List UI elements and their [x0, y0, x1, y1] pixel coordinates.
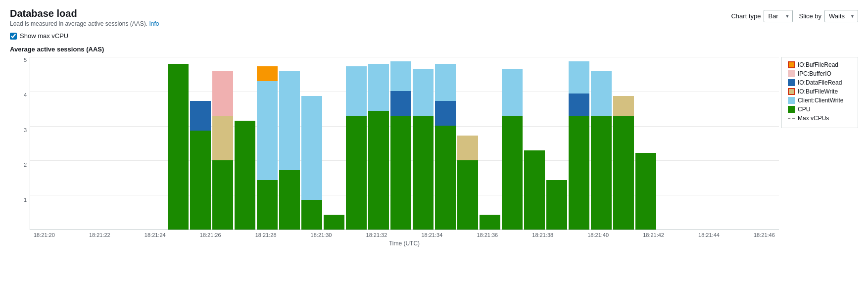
slice-by-label: Slice by: [799, 12, 821, 20]
show-max-vcpu-row: Show max vCPU: [10, 32, 858, 40]
show-max-vcpu-checkbox[interactable]: [10, 33, 17, 40]
legend-label-cpu: CPU: [798, 106, 810, 113]
bar-group: [390, 56, 411, 230]
x-tick-2: 18:21:22: [89, 232, 110, 238]
chart-type-select[interactable]: Bar Line: [764, 10, 793, 22]
header-left: Database load Load is measured in averag…: [10, 8, 159, 27]
info-link[interactable]: Info: [149, 20, 159, 27]
x-tick-14: 18:21:46: [754, 232, 775, 238]
bar-segment: [346, 66, 367, 116]
x-tick-3: 18:21:24: [145, 232, 166, 238]
bars-container: [30, 57, 779, 230]
header: Database load Load is measured in averag…: [10, 8, 858, 27]
x-tick-8: 18:21:34: [421, 232, 442, 238]
bar-segment: [480, 215, 500, 230]
bar-group: [101, 56, 122, 230]
legend-item-io-buffilewrite: IO:BufFileWrite: [788, 88, 852, 95]
bar-group: [56, 56, 77, 230]
bar-group: [301, 56, 322, 230]
bar-segment: [457, 160, 478, 230]
header-right: Chart type Bar Line Slice by Waits SQL H…: [731, 10, 858, 22]
bar-segment: [591, 116, 612, 230]
bar-segment: [613, 96, 634, 116]
y-tick-4: 4: [24, 92, 27, 98]
x-tick-5: 18:21:28: [255, 232, 277, 238]
bar-group: [613, 56, 634, 230]
x-tick-11: 18:21:40: [587, 232, 609, 238]
bar-segment: [524, 150, 545, 230]
x-tick-9: 18:21:36: [477, 232, 498, 238]
chart-type-group: Chart type Bar Line: [731, 10, 793, 22]
legend: IO:BufFileRead IPC:BufferIO IO:DataFileR…: [781, 57, 858, 128]
x-axis-ticks: 18:21:20 18:21:22 18:21:24 18:21:26 18:2…: [30, 230, 779, 238]
legend-color-io-buffilewrite: [788, 88, 795, 95]
bar-group: [279, 56, 300, 230]
legend-item-io-buffileread: IO:BufFileRead: [788, 61, 852, 68]
bar-group: [435, 56, 456, 230]
legend-color-io-buffileread: [788, 61, 795, 68]
legend-item-io-datafileread: IO:DataFileRead: [788, 79, 852, 86]
x-tick-10: 18:21:38: [532, 232, 553, 238]
chart-type-select-wrapper: Bar Line: [764, 10, 793, 22]
chart-type-label: Chart type: [731, 12, 761, 20]
legend-label-client-clientwrite: Client:ClientWrite: [798, 97, 843, 104]
bar-segment: [591, 71, 612, 116]
bar-segment: [390, 116, 411, 230]
page: Database load Load is measured in averag…: [0, 0, 868, 281]
subtitle: Load is measured in average active sessi…: [10, 20, 159, 27]
bar-group: [346, 56, 367, 230]
bar-segment: [368, 111, 389, 230]
bar-group: [168, 56, 189, 230]
bar-segment: [324, 215, 344, 230]
x-axis-label: Time (UTC): [30, 240, 779, 247]
bar-segment: [301, 96, 322, 200]
bar-group: [569, 56, 589, 230]
legend-label-ipc-bufferio: IPC:BufferIO: [798, 70, 831, 77]
chart-section: Average active sessions (AAS) 5 4 3 2 1: [10, 46, 858, 247]
legend-dash-max-vcpus: [788, 118, 795, 119]
y-axis: 5 4 3 2 1: [10, 57, 30, 247]
bar-group: [480, 56, 500, 230]
x-tick-1: 18:21:20: [34, 232, 55, 238]
slice-by-group: Slice by Waits SQL Hosts Users: [799, 10, 858, 22]
bar-segment: [212, 160, 233, 230]
bar-segment: [635, 153, 656, 230]
bar-segment: [546, 180, 567, 230]
bar-segment: [502, 116, 523, 230]
x-tick-7: 18:21:32: [366, 232, 387, 238]
bar-group: [257, 56, 278, 230]
legend-color-io-datafileread: [788, 79, 795, 86]
y-tick-5: 5: [24, 57, 27, 63]
legend-label-io-buffilewrite: IO:BufFileWrite: [798, 88, 838, 95]
bar-segment: [613, 116, 634, 230]
chart-body: 18:21:20 18:21:22 18:21:24 18:21:26 18:2…: [30, 57, 858, 247]
x-tick-4: 18:21:26: [200, 232, 221, 238]
bar-segment: [212, 116, 233, 160]
bar-group: [546, 56, 567, 230]
bar-segment: [257, 81, 278, 180]
bar-group: [34, 56, 55, 230]
bar-segment: [212, 71, 233, 116]
y-tick-2: 2: [24, 162, 27, 168]
legend-item-max-vcpus: Max vCPUs: [788, 115, 852, 122]
page-title: Database load: [10, 8, 159, 19]
slice-by-select[interactable]: Waits SQL Hosts Users: [824, 10, 858, 22]
bar-segment: [235, 121, 255, 230]
bar-group: [413, 56, 434, 230]
bar-segment: [413, 69, 434, 116]
bar-segment: [190, 131, 211, 230]
chart-title: Average active sessions (AAS): [10, 46, 858, 53]
legend-color-cpu: [788, 106, 795, 113]
legend-item-client-clientwrite: Client:ClientWrite: [788, 97, 852, 104]
y-tick-1: 1: [24, 197, 27, 203]
bar-group: [79, 56, 99, 230]
x-tick-12: 18:21:42: [643, 232, 664, 238]
legend-item-cpu: CPU: [788, 106, 852, 113]
legend-color-client-clientwrite: [788, 97, 795, 104]
bar-group: [235, 56, 255, 230]
bar-group: [524, 56, 545, 230]
slice-by-select-wrapper: Waits SQL Hosts Users: [824, 10, 858, 22]
legend-label-io-datafileread: IO:DataFileRead: [798, 79, 842, 86]
show-max-vcpu-label[interactable]: Show max vCPU: [20, 32, 68, 40]
bar-segment: [279, 170, 300, 230]
